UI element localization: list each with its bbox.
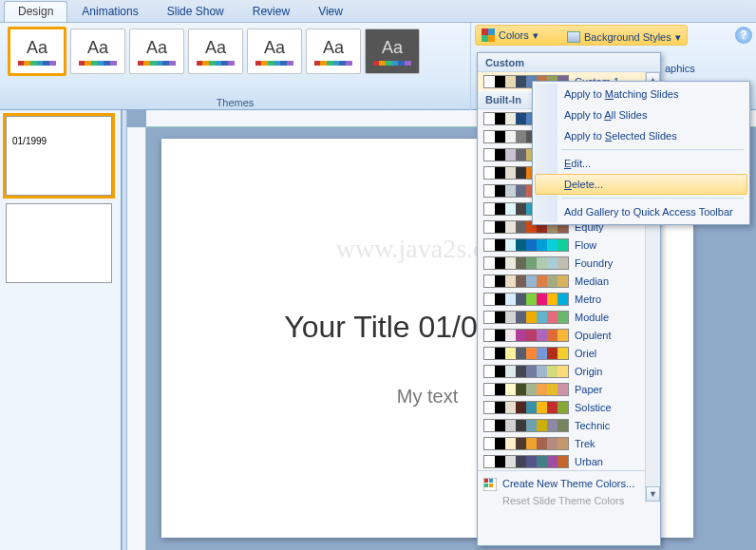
color-scheme-row[interactable]: Trek xyxy=(478,434,660,452)
chevron-down-icon: ▾ xyxy=(533,29,539,42)
scroll-down-arrow[interactable]: ▼ xyxy=(646,486,660,502)
color-swatch-strip xyxy=(483,311,569,324)
theme-swatch-current[interactable]: Aa xyxy=(8,27,66,76)
colors-panel-footer: Create New Theme Colors... Reset Slide T… xyxy=(478,470,660,513)
theme-swatch[interactable]: Aa xyxy=(365,28,420,74)
chevron-down-icon: ▾ xyxy=(675,31,681,44)
color-swatch-strip xyxy=(483,329,569,342)
color-scheme-row[interactable]: Module xyxy=(478,308,660,326)
color-scheme-label: Technic xyxy=(575,420,654,431)
color-swatch-strip xyxy=(483,401,569,414)
color-scheme-label: Foundry xyxy=(575,257,654,269)
colors-section-custom: Custom xyxy=(478,53,660,72)
slide-thumbnail[interactable]: 01/1999 xyxy=(6,116,112,196)
colors-label: Colors xyxy=(499,29,529,41)
color-scheme-label: Paper xyxy=(575,384,654,395)
color-swatch-strip xyxy=(483,347,569,360)
color-scheme-label: Module xyxy=(575,312,654,323)
color-swatch-strip xyxy=(483,383,569,396)
color-scheme-label: Oriel xyxy=(575,348,654,359)
tab-view[interactable]: View xyxy=(304,1,357,22)
color-scheme-row[interactable]: Oriel xyxy=(478,344,660,362)
background-icon xyxy=(567,31,580,43)
color-scheme-label: Metro xyxy=(575,294,654,305)
ctx-edit[interactable]: Edit... xyxy=(535,153,747,174)
ctx-apply-matching[interactable]: Apply to Matching Slides xyxy=(535,84,747,104)
theme-swatch[interactable]: Aa xyxy=(188,28,243,74)
colors-icon xyxy=(482,28,495,42)
theme-swatch[interactable]: Aa xyxy=(247,28,302,74)
svg-rect-1 xyxy=(484,479,488,483)
color-scheme-label: Flow xyxy=(575,239,654,251)
color-scheme-label: Solstice xyxy=(575,402,654,413)
color-scheme-row[interactable]: Urban xyxy=(478,452,660,470)
color-scheme-row[interactable]: Foundry xyxy=(478,254,660,272)
truncated-label: aphics xyxy=(665,63,695,74)
ctx-delete[interactable]: Delete... xyxy=(535,174,747,195)
slide-thumbnail[interactable] xyxy=(6,203,112,283)
tab-slideshow[interactable]: Slide Show xyxy=(153,1,238,22)
color-swatch-strip xyxy=(483,238,569,252)
color-scheme-row[interactable]: Metro xyxy=(478,290,660,308)
reset-theme-colors: Reset Slide Theme Colors xyxy=(478,492,660,509)
svg-rect-2 xyxy=(489,479,493,483)
theme-swatch[interactable]: Aa xyxy=(306,28,361,74)
color-scheme-label: Origin xyxy=(575,366,654,377)
svg-rect-3 xyxy=(484,484,488,487)
background-styles-button[interactable]: Background Styles ▾ xyxy=(560,27,688,47)
thumb-title: 01/1999 xyxy=(12,136,47,146)
color-scheme-label: Urban xyxy=(575,456,654,467)
color-swatch-strip xyxy=(483,455,569,468)
context-menu-separator xyxy=(561,198,744,199)
palette-icon xyxy=(483,478,497,491)
ctx-add-to-qat[interactable]: Add Gallery to Quick Access Toolbar xyxy=(535,201,747,222)
theme-swatch[interactable]: Aa xyxy=(129,28,184,74)
create-new-theme-colors[interactable]: Create New Theme Colors... xyxy=(478,475,660,492)
themes-gallery: Aa Aa Aa Aa Aa Aa Aa xyxy=(0,23,470,78)
themes-group-label: Themes xyxy=(0,97,470,108)
help-button[interactable]: ? xyxy=(735,27,752,44)
color-scheme-label: Trek xyxy=(575,438,654,449)
color-swatch-strip xyxy=(483,365,569,378)
color-swatch-strip xyxy=(483,256,569,270)
slide-thumbnails-panel: 01/1999 xyxy=(0,110,122,550)
color-scheme-row[interactable]: Flow xyxy=(478,236,660,254)
color-scheme-row[interactable]: Solstice xyxy=(478,398,660,416)
color-scheme-row[interactable]: Paper xyxy=(478,380,660,398)
color-scheme-row[interactable]: Opulent xyxy=(478,326,660,344)
ribbon-tabs: Design Animations Slide Show Review View xyxy=(0,0,756,23)
tab-animations[interactable]: Animations xyxy=(67,1,152,22)
color-scheme-label: Median xyxy=(575,275,654,287)
ctx-apply-selected[interactable]: Apply to Selected Slides xyxy=(535,125,747,146)
context-menu-separator xyxy=(561,149,744,150)
bg-styles-label: Background Styles xyxy=(584,31,671,43)
color-scheme-label: Opulent xyxy=(575,330,654,341)
svg-rect-4 xyxy=(489,484,493,487)
color-swatch-strip xyxy=(483,419,569,432)
color-scheme-row[interactable]: Origin xyxy=(478,362,660,380)
color-scheme-row[interactable]: Technic xyxy=(478,416,660,434)
tab-design[interactable]: Design xyxy=(4,1,67,22)
color-swatch-strip xyxy=(483,293,569,306)
themes-group: Aa Aa Aa Aa Aa Aa Aa Themes xyxy=(0,23,471,110)
ctx-apply-all[interactable]: Apply to All Slides xyxy=(535,104,747,125)
theme-swatch[interactable]: Aa xyxy=(70,28,125,74)
color-swatch-strip xyxy=(483,437,569,450)
color-scheme-row[interactable]: Median xyxy=(478,272,660,290)
vertical-ruler xyxy=(127,127,146,550)
color-swatch-strip xyxy=(483,275,569,288)
tab-review[interactable]: Review xyxy=(238,1,304,22)
context-menu: Apply to Matching Slides Apply to All Sl… xyxy=(532,81,750,225)
